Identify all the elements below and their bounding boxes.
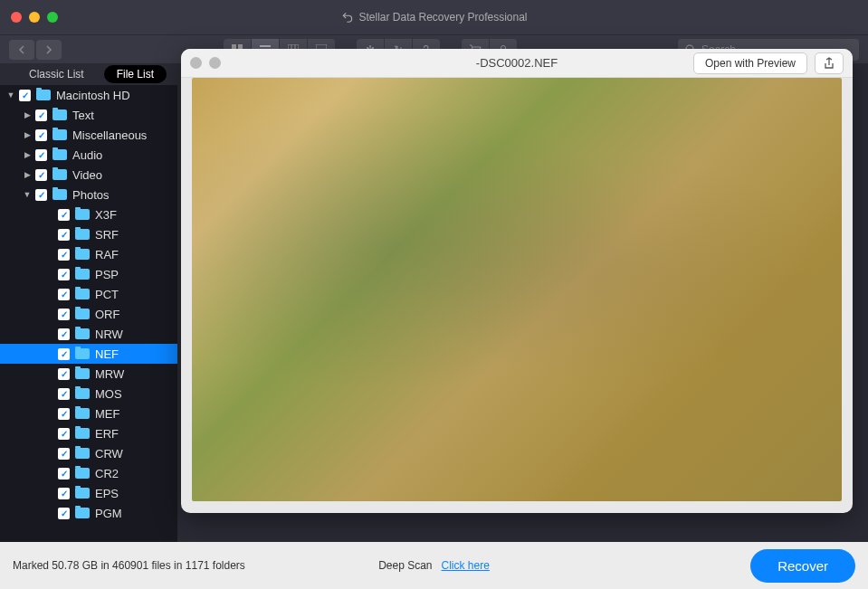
open-with-preview-button[interactable]: Open with Preview — [693, 52, 807, 74]
checkbox[interactable] — [58, 508, 70, 519]
sidebar-tree[interactable]: ▼ Macintosh HD ▶Text▶Miscellaneous▶Audio… — [0, 85, 177, 542]
disclosure-down-icon[interactable]: ▼ — [5, 90, 16, 100]
folder-icon — [75, 428, 90, 439]
expand-preview-button[interactable] — [209, 57, 221, 69]
tree-folder[interactable]: ▶Audio — [0, 145, 177, 165]
zoom-window-button[interactable] — [47, 12, 58, 23]
checkbox[interactable] — [35, 149, 47, 161]
status-text: Marked 50.78 GB in 460901 files in 1171 … — [13, 559, 245, 572]
close-preview-button[interactable] — [190, 57, 202, 69]
minimize-window-button[interactable] — [29, 12, 40, 23]
disclosure-right-icon[interactable]: ▶ — [22, 110, 33, 119]
tree-folder[interactable]: MRW — [0, 364, 177, 384]
tree-label: NEF — [95, 347, 119, 361]
share-icon — [824, 57, 835, 70]
tab-file-list[interactable]: File List — [104, 65, 167, 83]
checkbox[interactable] — [58, 368, 70, 380]
tree-folder[interactable]: CRW — [0, 443, 177, 463]
checkbox[interactable] — [35, 129, 47, 141]
checkbox[interactable] — [58, 448, 70, 460]
checkbox[interactable] — [58, 229, 70, 241]
titlebar: Stellar Data Recovery Professional — [0, 0, 868, 34]
checkbox[interactable] — [58, 269, 70, 280]
tree-root[interactable]: ▼ Macintosh HD — [0, 85, 177, 105]
tree-label: PGM — [95, 507, 122, 520]
tree-folder[interactable]: MEF — [0, 404, 177, 423]
tree-folder[interactable]: ▶Miscellaneous — [0, 125, 177, 145]
folder-icon — [75, 209, 90, 220]
checkbox[interactable] — [19, 90, 31, 101]
tree-label: PSP — [95, 268, 119, 281]
checkbox[interactable] — [58, 249, 70, 261]
folder-icon — [75, 348, 90, 359]
tree-folder[interactable]: ORF — [0, 304, 177, 324]
folder-icon — [75, 388, 90, 399]
tree-folder[interactable]: PSP — [0, 264, 177, 284]
tree-folder[interactable]: SRF — [0, 224, 177, 244]
tree-label: SRF — [95, 228, 119, 242]
disclosure-right-icon[interactable]: ▶ — [22, 130, 33, 139]
checkbox[interactable] — [58, 348, 70, 360]
tree-folder[interactable]: ERF — [0, 423, 177, 443]
folder-icon — [75, 488, 90, 499]
tree-folder[interactable]: X3F — [0, 204, 177, 224]
checkbox[interactable] — [58, 289, 70, 300]
folder-icon — [36, 90, 51, 100]
checkbox[interactable] — [58, 488, 70, 499]
nav-back-button[interactable] — [9, 40, 34, 60]
undo-icon — [340, 11, 353, 24]
checkbox[interactable] — [35, 169, 47, 181]
deep-scan-prompt: Deep Scan Click here — [378, 559, 490, 572]
checkbox[interactable] — [58, 428, 70, 440]
svg-rect-1 — [238, 44, 243, 49]
tab-classic-list[interactable]: Classic List — [16, 65, 97, 83]
disclosure-right-icon[interactable]: ▶ — [22, 150, 33, 159]
tree-folder[interactable]: EPS — [0, 483, 177, 503]
checkbox[interactable] — [58, 468, 70, 480]
folder-icon — [75, 309, 90, 319]
checkbox[interactable] — [58, 309, 70, 320]
checkbox[interactable] — [35, 109, 47, 121]
tree-folder[interactable]: PCT — [0, 284, 177, 304]
preview-image — [192, 78, 842, 501]
folder-icon — [75, 368, 90, 379]
tree-label: RAF — [95, 248, 119, 261]
checkbox[interactable] — [35, 189, 47, 201]
app-title: Stellar Data Recovery Professional — [340, 11, 527, 24]
preview-panel: -DSC0002.NEF Open with Preview — [181, 49, 853, 513]
folder-icon — [75, 508, 90, 518]
checkbox[interactable] — [58, 328, 70, 340]
tree-folder[interactable]: NRW — [0, 324, 177, 344]
tree-label: CRW — [95, 447, 123, 461]
recover-button[interactable]: Recover — [750, 549, 855, 583]
disclosure-down-icon[interactable]: ▼ — [22, 190, 33, 199]
tree-folder[interactable]: CR2 — [0, 463, 177, 483]
tree-folder[interactable]: ▼Photos — [0, 185, 177, 204]
tree-folder[interactable]: ▶Text — [0, 105, 177, 125]
folder-icon — [75, 269, 90, 280]
tree-label: Video — [72, 168, 102, 182]
tree-label: MRW — [95, 367, 124, 381]
tree-label: Audio — [72, 148, 102, 162]
deep-scan-link[interactable]: Click here — [442, 559, 490, 572]
tree-folder[interactable]: PGM — [0, 503, 177, 523]
tree-folder[interactable]: NEF — [0, 344, 177, 364]
tree-label: Miscellaneous — [72, 128, 147, 142]
tree-folder[interactable]: RAF — [0, 244, 177, 264]
tree-label: X3F — [95, 208, 117, 222]
tree-folder[interactable]: ▶Video — [0, 165, 177, 185]
checkbox[interactable] — [58, 388, 70, 400]
folder-icon — [52, 169, 67, 180]
share-button[interactable] — [815, 52, 844, 74]
tree-label: EPS — [95, 487, 119, 500]
tree-folder[interactable]: MOS — [0, 384, 177, 404]
folder-icon — [75, 468, 90, 479]
checkbox[interactable] — [58, 209, 70, 221]
nav-forward-button[interactable] — [36, 40, 62, 60]
checkbox[interactable] — [58, 408, 70, 420]
folder-icon — [75, 408, 90, 419]
disclosure-right-icon[interactable]: ▶ — [22, 170, 33, 179]
tree-label: NRW — [95, 328, 123, 341]
close-window-button[interactable] — [11, 12, 22, 23]
tree-label: MOS — [95, 387, 122, 401]
